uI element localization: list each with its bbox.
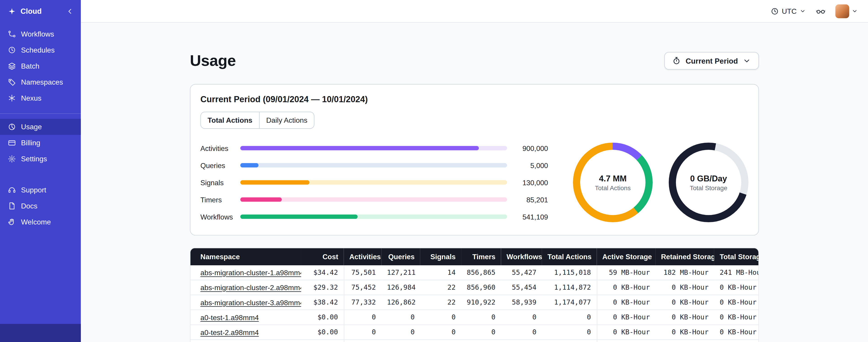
bar-label: Queries [200,161,235,169]
bar-track [240,180,507,185]
cell-timers: 856,960 [461,280,501,295]
clock-icon [771,7,779,15]
cell-activities: 75,452 [344,280,381,295]
cell-namespace: abs-migration-cluster-3.a98mm4 [190,295,301,310]
cell-workflows: 55,454 [501,280,542,295]
sidebar-item-label: Settings [21,155,47,163]
sidebar-item-label: Batch [21,62,39,70]
column-header-activities: Activities [344,248,381,265]
table-row: abs-migration-cluster-1.a98mm4$34.4275,5… [190,265,759,280]
tab-daily-actions[interactable]: Daily Actions [259,112,314,128]
page-header: Usage Current Period [190,52,759,69]
welcome-icon [8,218,16,226]
cell-total-actions: 0 [542,310,597,324]
timezone-label: UTC [782,7,797,15]
bar-track [240,146,507,150]
cell-namespace: a0-test-2.a98mm4 [190,325,301,340]
namespaces-icon [8,78,16,86]
sidebar-item-usage[interactable]: Usage [0,119,81,135]
table-row: bk-worker-test.a98mm4$0.000000110 KB-Hou… [190,340,759,342]
bar-track [240,214,507,219]
column-header-cost: Cost [301,248,344,265]
bar-fill [240,197,281,202]
cell-queries: 126,984 [381,280,420,295]
billing-icon [8,139,16,147]
bar-row-timers: Timers85,201 [200,196,548,203]
sidebar-item-workflows[interactable]: Workflows [0,26,81,42]
period-selector-button[interactable]: Current Period [665,52,759,69]
cell-queries: 0 [381,325,420,340]
sidebar-item-label: Welcome [21,218,51,226]
donut-center: 0 GB/Day Total Storage [676,150,741,215]
cell-workflows: 55,427 [501,265,542,280]
bar-row-workflows: Workflows541,109 [200,213,548,220]
table-row: abs-migration-cluster-3.a98mm4$38.4277,3… [190,295,759,310]
sidebar-collapse-button[interactable] [66,7,74,15]
support-icon [8,186,16,194]
cell-total-storage: 0 KB-Hour [714,310,759,324]
sidebar-item-label: Support [21,186,46,194]
cell-active-storage: 0 KB-Hour [597,280,655,295]
cell-queries: 126,862 [381,295,420,310]
batch-icon [8,62,16,70]
sidebar-item-label: Usage [21,123,42,131]
sidebar-group-2: SupportDocsWelcome [0,182,81,230]
bar-row-signals: Signals130,000 [200,179,548,186]
page-title: Usage [190,52,236,69]
column-header-total-storage: Total Storage [714,248,759,265]
tab-total-actions[interactable]: Total Actions [201,112,259,128]
bar-label: Timers [200,195,235,204]
cell-active-storage: 0 KB-Hour [597,295,655,310]
cell-workflows: 58,939 [501,295,542,310]
cell-namespace: bk-worker-test.a98mm4 [190,340,301,342]
sidebar-item-welcome[interactable]: Welcome [0,214,81,230]
cell-retained-storage: 0 KB-Hour [655,295,714,310]
sidebar-item-billing[interactable]: Billing [0,135,81,151]
sidebar-item-docs[interactable]: Docs [0,198,81,214]
column-header-workflows: Workflows [501,248,542,265]
goggles-icon[interactable] [815,6,826,16]
card-title: Current Period (09/01/2024 — 10/01/2024) [200,95,748,104]
cell-namespace: a0-test-1.a98mm4 [190,310,301,324]
sidebar-item-batch[interactable]: Batch [0,58,81,74]
cell-activities: 0 [344,310,381,324]
usage-summary-card: Current Period (09/01/2024 — 10/01/2024)… [190,84,759,235]
cell-activities: 77,332 [344,295,381,310]
bar-value: 900,000 [513,144,548,152]
cell-total-actions: 1 [542,340,597,342]
bar-fill [240,146,479,150]
cell-total-actions: 1,174,077 [542,295,597,310]
namespace-link[interactable]: abs-migration-cluster-3.a98mm4 [200,298,301,307]
user-menu[interactable] [835,4,858,18]
sidebar-group-1: UsageBillingSettings [0,113,81,167]
total-actions-donut: 4.7 MM Total Actions [573,143,653,222]
bar-label: Activities [200,144,235,152]
cell-workflows: 0 [501,310,542,324]
chevron-down-icon [799,8,806,14]
namespace-link[interactable]: a0-test-1.a98mm4 [200,313,259,321]
actions-bar-chart: Activities900,000Queries5,000Signals130,… [200,145,548,220]
sidebar-item-namespaces[interactable]: Namespaces [0,74,81,90]
total-actions-label: Total Actions [595,184,630,191]
chevron-down-icon [742,57,751,65]
sidebar-item-support[interactable]: Support [0,182,81,198]
timezone-selector[interactable]: UTC [771,7,806,15]
cell-total-actions: 1,114,872 [542,280,597,295]
schedules-icon [8,46,16,54]
cell-queries: 0 [381,340,420,342]
table-row: abs-migration-cluster-2.a98mm4$29.3275,4… [190,280,759,295]
total-storage-value: 0 GB/Day [690,173,727,183]
cell-activities: 75,501 [344,265,381,280]
sidebar-item-schedules[interactable]: Schedules [0,42,81,58]
cell-timers: 0 [461,340,501,342]
bar-track [240,163,507,168]
sidebar-item-settings[interactable]: Settings [0,151,81,167]
sidebar-item-nexus[interactable]: Nexus [0,90,81,106]
namespace-link[interactable]: abs-migration-cluster-2.a98mm4 [200,283,301,292]
namespace-link[interactable]: a0-test-2.a98mm4 [200,328,259,336]
namespace-link[interactable]: abs-migration-cluster-1.a98mm4 [200,269,301,277]
cell-cost: $34.42 [301,265,344,280]
topbar: UTC [81,0,868,23]
column-header-namespace: Namespace [190,248,301,265]
cell-total-storage: 0 KB-Hour [714,280,759,295]
